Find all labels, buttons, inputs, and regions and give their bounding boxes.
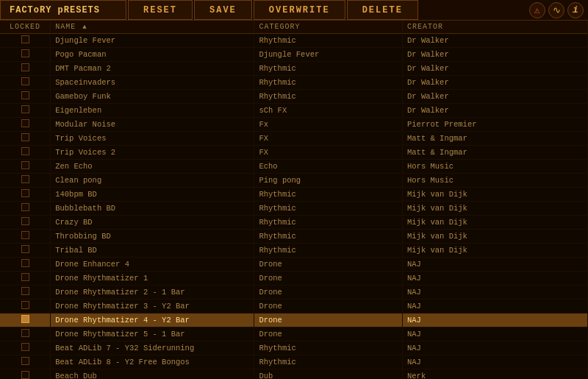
table-row[interactable]: Pogo PacmanDjungle FeverDr Walker <box>0 48 588 62</box>
category-cell: Rhythmic <box>254 62 403 76</box>
lock-checkbox[interactable] <box>21 217 29 225</box>
table-row[interactable]: SpaceinvadersRhythmicDr Walker <box>0 76 588 90</box>
locked-cell[interactable] <box>0 341 51 355</box>
lock-checkbox[interactable] <box>21 189 29 197</box>
col-header-name[interactable]: NAME ▲ <box>51 21 254 34</box>
lock-checkbox[interactable] <box>21 287 29 295</box>
table-row[interactable]: Djungle FeverRhythmicDr Walker <box>0 34 588 48</box>
name-cell: Gameboy Funk <box>51 90 254 104</box>
locked-cell[interactable] <box>0 146 51 160</box>
lock-checkbox[interactable] <box>21 105 29 113</box>
table-row[interactable]: Clean pongPing pongHors Music <box>0 174 588 188</box>
table-row[interactable]: Drone Rhythmatizer 2 - 1 BarDroneNAJ <box>0 286 588 300</box>
creator-cell: Hors Music <box>402 160 587 174</box>
table-row[interactable]: Drone Rhythmatizer 5 - 1 BarDroneNAJ <box>0 327 588 341</box>
lock-checkbox[interactable] <box>21 161 29 169</box>
preset-table-container: LOCKED NAME ▲ CATEGORY CREATOR Djungle F… <box>0 21 588 379</box>
lock-checkbox[interactable] <box>21 119 29 127</box>
table-row[interactable]: Gameboy FunkRhythmicDr Walker <box>0 90 588 104</box>
category-cell: Drone <box>254 258 403 272</box>
lock-checkbox[interactable] <box>21 329 29 337</box>
locked-cell[interactable] <box>0 132 51 146</box>
locked-cell[interactable] <box>0 90 51 104</box>
col-header-creator[interactable]: CREATOR <box>402 21 587 34</box>
table-row[interactable]: Drone Rhythmatizer 3 - Y2 BarDroneNAJ <box>0 300 588 314</box>
table-row[interactable]: Tribal BDRhythmicMijk van Dijk <box>0 244 588 258</box>
locked-cell[interactable] <box>0 118 51 132</box>
locked-cell[interactable] <box>0 34 51 48</box>
lock-checkbox[interactable] <box>21 301 29 309</box>
table-row[interactable]: EigenlebensCh FXDr Walker <box>0 104 588 118</box>
col-header-category[interactable]: CATEGORY <box>254 21 403 34</box>
warning-icon-button[interactable]: ⚠ <box>529 2 545 18</box>
creator-cell: Dr Walker <box>402 62 587 76</box>
category-cell: Rhythmic <box>254 230 403 244</box>
overwrite-button[interactable]: OVERWRITE <box>254 0 345 20</box>
table-row[interactable]: Drone Rhythmatizer 4 - Y2 BarDroneNAJ <box>0 314 588 327</box>
locked-cell[interactable] <box>0 48 51 62</box>
locked-cell[interactable] <box>0 369 51 380</box>
wave-icon-button[interactable]: ∿ <box>548 2 564 18</box>
info-icon-button[interactable]: i <box>567 2 584 18</box>
locked-cell[interactable] <box>0 160 51 174</box>
table-row[interactable]: Drone Rhythmatizer 1DroneNAJ <box>0 272 588 286</box>
locked-cell[interactable] <box>0 188 51 202</box>
table-row[interactable]: Beat ADLib 7 - Y32 SiderunningRhythmicNA… <box>0 341 588 355</box>
table-row[interactable]: Modular NoiseFxPierrot Premier <box>0 118 588 132</box>
save-button[interactable]: SAVE <box>194 0 252 20</box>
lock-checkbox[interactable] <box>21 371 29 379</box>
table-row[interactable]: Trip VoicesFXMatt & Ingmar <box>0 132 588 146</box>
category-cell: Rhythmic <box>254 76 403 90</box>
table-row[interactable]: Zen EchoEchoHors Music <box>0 160 588 174</box>
lock-checkbox[interactable] <box>21 245 29 253</box>
lock-checkbox[interactable] <box>21 77 29 85</box>
locked-cell[interactable] <box>0 216 51 230</box>
lock-checkbox[interactable] <box>21 259 29 267</box>
locked-cell[interactable] <box>0 202 51 216</box>
lock-checkbox[interactable] <box>21 49 29 57</box>
lock-checkbox[interactable] <box>21 357 29 365</box>
creator-cell: NAJ <box>402 286 587 300</box>
lock-checkbox[interactable] <box>21 315 29 323</box>
delete-button[interactable]: DELETE <box>347 0 418 20</box>
lock-checkbox[interactable] <box>21 63 29 71</box>
lock-checkbox[interactable] <box>21 35 29 43</box>
lock-checkbox[interactable] <box>21 175 29 183</box>
table-row[interactable]: Trip Voices 2FXMatt & Ingmar <box>0 146 588 160</box>
locked-cell[interactable] <box>0 314 51 327</box>
table-row[interactable]: Beat ADLib 8 - Y2 Free BongosRhythmicNAJ <box>0 355 588 369</box>
locked-cell[interactable] <box>0 286 51 300</box>
locked-cell[interactable] <box>0 76 51 90</box>
locked-cell[interactable] <box>0 258 51 272</box>
table-row[interactable]: 140bpm BDRhythmicMijk van Dijk <box>0 188 588 202</box>
name-cell: Eigenleben <box>51 104 254 118</box>
name-cell: Crazy BD <box>51 216 254 230</box>
table-row[interactable]: DMT Pacman 2RhythmicDr Walker <box>0 62 588 76</box>
creator-cell: Dr Walker <box>402 104 587 118</box>
lock-checkbox[interactable] <box>21 147 29 155</box>
table-row[interactable]: Crazy BDRhythmicMijk van Dijk <box>0 216 588 230</box>
category-cell: Dub <box>254 369 403 380</box>
table-row[interactable]: Beach DubDubNerk <box>0 369 588 380</box>
locked-cell[interactable] <box>0 355 51 369</box>
locked-cell[interactable] <box>0 327 51 341</box>
lock-checkbox[interactable] <box>21 203 29 211</box>
col-header-locked[interactable]: LOCKED <box>0 21 51 34</box>
reset-button[interactable]: RESET <box>128 0 193 20</box>
name-cell: Clean pong <box>51 174 254 188</box>
lock-checkbox[interactable] <box>21 231 29 239</box>
locked-cell[interactable] <box>0 62 51 76</box>
lock-checkbox[interactable] <box>21 133 29 141</box>
locked-cell[interactable] <box>0 230 51 244</box>
locked-cell[interactable] <box>0 104 51 118</box>
lock-checkbox[interactable] <box>21 273 29 281</box>
locked-cell[interactable] <box>0 244 51 258</box>
lock-checkbox[interactable] <box>21 343 29 351</box>
table-row[interactable]: Bubblebath BDRhythmicMijk van Dijk <box>0 202 588 216</box>
locked-cell[interactable] <box>0 174 51 188</box>
table-row[interactable]: Drone Enhancer 4DroneNAJ <box>0 258 588 272</box>
table-row[interactable]: Throbbing BDRhythmicMijk van Dijk <box>0 230 588 244</box>
lock-checkbox[interactable] <box>21 91 29 99</box>
locked-cell[interactable] <box>0 272 51 286</box>
locked-cell[interactable] <box>0 300 51 314</box>
